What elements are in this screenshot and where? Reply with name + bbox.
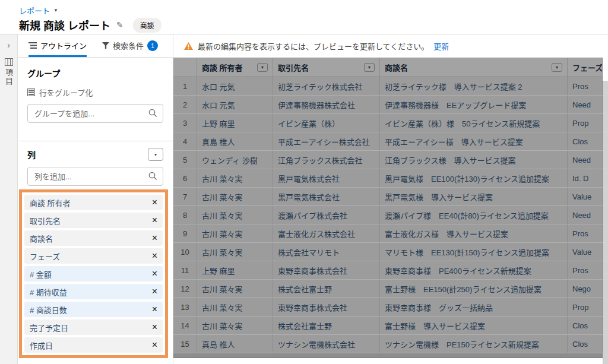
remove-column-icon[interactable]: × <box>152 287 157 296</box>
cell-account: 伊達事務機器株式会社 <box>273 96 380 113</box>
cell-account: 株式会社富士野 <box>273 280 380 297</box>
column-pill[interactable]: 商談 所有者 × <box>24 195 163 210</box>
table-row[interactable]: 9 古川 菜々実 富士液化ガス株式会社 富士液化ガス様 導入サービス提案 Pro… <box>173 224 603 243</box>
cell-owner: 古川 菜々実 <box>197 280 273 297</box>
column-pill[interactable]: # 期待収益 × <box>24 284 163 299</box>
table-row[interactable]: 1 水口 元気 初芝ライテック株式会社 初芝ライテック様 導入サービス提案 2 … <box>173 77 603 96</box>
column-filter-icon[interactable]: ▼ <box>364 63 375 72</box>
banner-message: 最新の編集内容を表示するには、プレビューを更新してください。 <box>198 40 429 52</box>
remove-column-icon[interactable]: × <box>152 233 157 243</box>
column-pill[interactable]: 完了予定日 × <box>24 319 163 335</box>
table-row[interactable]: 3 上野 麻里 イビン産業（株） イビン産業（株）様 50ライセンス新規提案 P… <box>173 114 603 132</box>
add-group-input[interactable] <box>27 104 163 123</box>
cell-account: 東野幸商事株式会社 <box>273 261 380 279</box>
column-filter-icon[interactable]: ▼ <box>552 63 562 72</box>
cell-owner: 上野 麻里 <box>197 261 273 279</box>
cell-account: 株式会社富士野 <box>273 316 380 334</box>
columns-menu-button[interactable]: ▼ <box>148 148 163 161</box>
cell-stage: Nego <box>568 280 603 297</box>
group-rows-icon <box>27 88 35 96</box>
remove-column-icon[interactable]: × <box>152 340 157 350</box>
table-row[interactable]: 2 水口 元気 伊達事務機器株式会社 伊達事務機器様 EEアップグレード提案 N… <box>173 96 603 114</box>
cell-stage: Need <box>568 151 603 169</box>
table-row[interactable]: 6 古川 菜々実 黒戸電気株式会社 黒戸電気様 EE100(計130)ライセンス… <box>173 169 603 188</box>
column-pill-label: # 金額 <box>30 268 152 280</box>
report-type-link[interactable]: レポート <box>19 5 50 16</box>
cell-owner: 古川 菜々実 <box>197 298 273 316</box>
table-row[interactable]: 4 真島 椎人 平成エーアイシー株式会社 平成エーアイシー様 導入サービス提案 … <box>173 132 603 151</box>
column-pill[interactable]: 取引先名 × <box>24 213 163 228</box>
cell-row-number: 10 <box>173 243 197 261</box>
remove-column-icon[interactable]: × <box>152 216 157 225</box>
cell-owner: 古川 菜々実 <box>197 188 273 205</box>
table-row[interactable]: 11 上野 麻里 東野幸商事株式会社 東野幸商事様 PE400ライセンス新規提案… <box>173 261 603 280</box>
tab-outline[interactable]: アウトライン <box>28 34 87 57</box>
fields-rail-label[interactable]: 項目 <box>3 68 14 86</box>
cell-stage: Clos <box>568 316 603 334</box>
chevron-down-icon: ▼ <box>53 8 58 13</box>
cell-opportunity: マリモト様 EE130(計150)ライセンス追加提案 <box>380 243 568 261</box>
report-type-menu[interactable]: レポート ▼ <box>19 5 608 15</box>
cell-opportunity: 東野幸商事様 PE400ライセンス新規提案 <box>380 261 568 279</box>
table-row[interactable]: 10 古川 菜々実 株式会社マリモト マリモト様 EE130(計150)ライセン… <box>173 243 603 261</box>
refresh-link[interactable]: 更新 <box>433 40 449 52</box>
table-row[interactable]: 14 古川 菜々実 株式会社富士野 富士野様 導入サービス提案 Clos <box>173 316 603 335</box>
remove-column-icon[interactable]: × <box>152 269 157 278</box>
fields-icon[interactable] <box>5 58 13 66</box>
column-pill-label: 商談名 <box>30 233 152 244</box>
clipped-next-row <box>173 353 603 358</box>
column-pill-label: # 期待収益 <box>30 286 152 297</box>
remove-column-icon[interactable]: × <box>152 305 157 314</box>
cell-stage: Prop <box>568 298 603 316</box>
outline-panel: アウトライン 検索条件 1 グループ 行をグループ化 <box>18 34 173 364</box>
cell-row-number: 6 <box>173 169 197 187</box>
edit-title-icon[interactable]: ✎ <box>116 20 124 30</box>
header-account[interactable]: 取引先名 ▼ <box>273 58 380 77</box>
report-preview: 最新の編集内容を表示するには、プレビューを更新してください。 更新 商談 所有者… <box>173 34 608 364</box>
vertical-scrollbar[interactable] <box>603 81 608 364</box>
column-pill[interactable]: 作成日 × <box>24 337 163 353</box>
column-pill[interactable]: # 商談日数 × <box>24 302 163 317</box>
remove-column-icon[interactable]: × <box>152 322 157 332</box>
filters-count-badge: 1 <box>147 40 158 51</box>
cell-account: 平成エーアイシー株式会社 <box>273 132 380 150</box>
cell-account: 黒戸電気株式会社 <box>273 188 380 205</box>
column-pill-label: フェーズ <box>30 251 152 262</box>
cell-opportunity: 江角ブラックス様 導入サービス提案 <box>380 151 568 169</box>
cell-stage: Clos <box>568 132 603 150</box>
add-column-input[interactable] <box>27 167 163 186</box>
cell-owner: ウェンディ 沙樹 <box>197 151 273 169</box>
cell-row-number: 13 <box>173 298 197 316</box>
header-account-label: 取引先名 <box>278 62 309 73</box>
table-row[interactable]: 8 古川 菜々実 渡瀬パイプ株式会社 渡瀬パイプ様 EE40(計80)ライセンス… <box>173 206 603 224</box>
expand-fields-chevron-icon[interactable]: › <box>7 40 10 50</box>
cell-owner: 真島 椎人 <box>197 335 273 353</box>
tab-filters[interactable]: 検索条件 1 <box>102 34 158 57</box>
remove-column-icon[interactable]: × <box>152 251 157 261</box>
report-header: レポート ▼ 新規 商談 レポート ✎ 商談 <box>0 0 608 34</box>
column-pill[interactable]: フェーズ × <box>24 248 163 264</box>
cell-row-number: 9 <box>173 224 197 242</box>
cell-row-number: 8 <box>173 206 197 224</box>
cell-account: 初芝ライテック株式会社 <box>273 77 380 95</box>
table-row[interactable]: 13 古川 菜々実 東野幸商事株式会社 東野幸商事様 グッズ一括納品 Prop <box>173 298 603 316</box>
column-filter-icon[interactable]: ▼ <box>257 63 268 72</box>
cell-opportunity: 初芝ライテック様 導入サービス提案 2 <box>380 77 568 95</box>
table-row[interactable]: 7 古川 菜々実 黒戸電気株式会社 黒戸電気様 導入サービス提案 Value <box>173 188 603 206</box>
table-header-row: 商談 所有者 ▼ 取引先名 ▼ 商談名 ▼ フェーズ <box>173 58 603 77</box>
column-pill[interactable]: # 金額 × <box>24 266 163 281</box>
header-stage[interactable]: フェーズ <box>568 58 603 77</box>
cell-row-number: 1 <box>173 77 197 95</box>
tab-outline-label: アウトライン <box>40 40 87 51</box>
cell-stage: Pros <box>568 224 603 242</box>
column-pill[interactable]: 商談名 × <box>24 230 163 246</box>
header-opportunity[interactable]: 商談名 ▼ <box>380 58 568 77</box>
cell-owner: 古川 菜々実 <box>197 169 273 187</box>
header-owner[interactable]: 商談 所有者 ▼ <box>197 58 273 77</box>
remove-column-icon[interactable]: × <box>152 198 157 207</box>
table-row[interactable]: 5 ウェンディ 沙樹 江角ブラックス株式会社 江角ブラックス様 導入サービス提案… <box>173 151 603 169</box>
table-row[interactable]: 12 古川 菜々実 株式会社富士野 富士野様 EE150(計250)ライセンス追… <box>173 280 603 298</box>
header-opportunity-label: 商談名 <box>385 62 408 73</box>
cell-account: 株式会社マリモト <box>273 243 380 261</box>
table-row[interactable]: 15 真島 椎人 ツナシン電機株式会社 ツナシン電機様 PE150ライセンス新規… <box>173 335 603 353</box>
